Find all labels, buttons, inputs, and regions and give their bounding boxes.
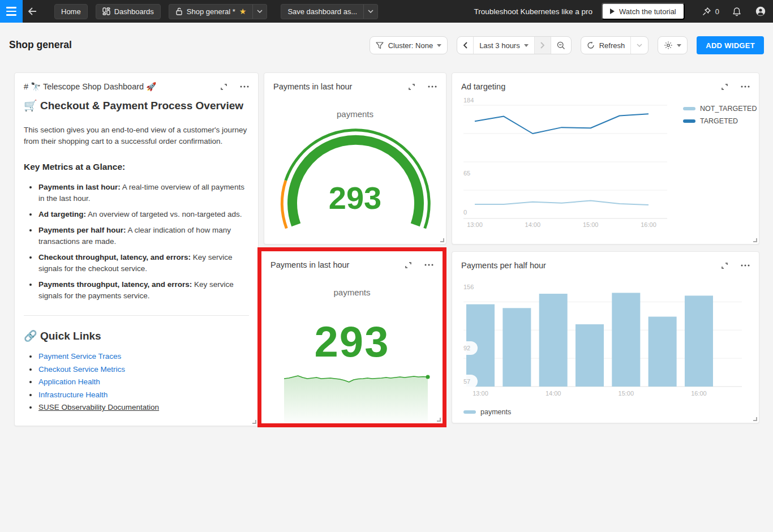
svg-text:13:00: 13:00 [467, 221, 483, 228]
markdown-intro: This section gives you an end-to-end vie… [24, 125, 251, 147]
payments-bar-chart: 156925713:0014:0015:0016:00 [452, 252, 760, 405]
chart-legend: payments [463, 408, 511, 416]
refresh-control: Refresh [581, 36, 649, 54]
save-dashboard-group: Save dashboard as... [281, 4, 378, 19]
nav-dashboard-button[interactable]: Shop general * ★ [169, 4, 253, 19]
highlight-frame: Payments in last hour payments 293 [257, 247, 446, 427]
list-item: Application Health [24, 376, 249, 389]
svg-text:92: 92 [463, 345, 470, 351]
link-checkout-service-metrics[interactable]: Checkout Service Metrics [38, 365, 125, 374]
legend-label: payments [480, 408, 511, 416]
refresh-label: Refresh [599, 41, 625, 50]
legend-item[interactable]: NOT_TARGETED [683, 105, 757, 113]
cluster-filter-label: Cluster: None [388, 41, 433, 50]
expand-icon[interactable] [408, 83, 415, 91]
gauge-value: 293 [264, 179, 446, 216]
payments-per-half-hour-widget: Payments per half hour 156925713:0014:00… [452, 251, 759, 423]
expand-icon[interactable] [220, 83, 227, 91]
resize-handle[interactable] [753, 417, 757, 421]
svg-text:13:00: 13:00 [473, 390, 488, 397]
watch-tutorial-label: Watch the tutorial [619, 7, 676, 16]
pinned-views-button[interactable]: 0 [702, 7, 719, 16]
zoom-out-icon [557, 41, 565, 50]
legend-swatch-payments [463, 410, 476, 414]
link-infrastructure-health[interactable]: Infrastructure Health [38, 391, 108, 399]
back-arrow-icon[interactable] [23, 0, 42, 23]
pin-count: 0 [715, 7, 719, 16]
nav-home-button[interactable]: Home [54, 4, 88, 19]
refresh-icon [587, 41, 595, 49]
time-forward-button[interactable] [534, 37, 551, 54]
widget-menu-icon[interactable] [424, 264, 433, 266]
time-range-selector[interactable]: Last 3 hours [473, 37, 534, 54]
spark-series-label: payments [261, 288, 443, 297]
payments-sparkline-chart [284, 368, 431, 422]
refresh-button[interactable]: Refresh [581, 37, 631, 54]
top-nav: Home Dashboards Shop general * ★ Save da… [0, 0, 773, 23]
svg-text:15:00: 15:00 [583, 221, 599, 228]
list-item: Payments in last hour: A real-time overv… [24, 182, 249, 204]
settings-control[interactable] [658, 36, 688, 54]
menu-icon[interactable] [0, 0, 23, 23]
link-suse-observability-documentation[interactable]: SUSE Observability Documentation [38, 403, 159, 411]
expand-icon[interactable] [405, 261, 412, 269]
resize-handle[interactable] [440, 238, 444, 242]
divider [24, 315, 249, 316]
markdown-main-heading: 🛒 Checkout & Payment Process Overview [24, 99, 249, 112]
svg-text:0: 0 [463, 209, 467, 216]
resize-handle[interactable] [252, 420, 256, 424]
svg-text:184: 184 [463, 97, 474, 104]
page-title: Shop general [9, 39, 72, 51]
time-back-button[interactable] [457, 37, 473, 54]
widget-title: # 🔭 Telescope Shop Dashboard 🚀 [24, 82, 156, 92]
add-widget-button[interactable]: ADD WIDGET [697, 36, 764, 54]
legend-item[interactable]: payments [463, 408, 511, 416]
payments-gauge-widget: Payments in last hour payments 293 [264, 72, 446, 244]
link-payment-service-traces[interactable]: Payment Service Traces [38, 352, 121, 361]
filter-icon [376, 42, 384, 49]
refresh-options-chevron[interactable] [630, 37, 648, 54]
nav-dashboards-label: Dashboards [114, 7, 154, 16]
save-dashboard-button[interactable]: Save dashboard as... [281, 4, 363, 19]
svg-text:65: 65 [463, 170, 470, 177]
favorite-star-icon[interactable]: ★ [239, 7, 247, 16]
ad-targeting-line-chart: 18465013:0014:0015:0016:00 [452, 73, 760, 244]
svg-text:16:00: 16:00 [691, 390, 707, 397]
bell-icon [732, 7, 741, 16]
chevron-down-icon [677, 44, 681, 47]
cluster-filter[interactable]: Cluster: None [370, 36, 448, 54]
pin-icon [702, 7, 711, 16]
resize-handle[interactable] [753, 238, 757, 242]
save-dashboard-chevron-icon[interactable] [363, 4, 378, 19]
promo-text: Troubleshoot Kubernetes like a pro [474, 7, 592, 16]
nav-dashboard-name: Shop general * [187, 7, 235, 16]
metrics-list: Payments in last hour: A real-time overv… [24, 182, 249, 302]
time-zoom-out-button[interactable] [551, 37, 571, 54]
legend-swatch-not-targeted [683, 107, 695, 110]
gauge-series-label: payments [264, 109, 446, 119]
dashboard-chevron-icon[interactable] [252, 4, 267, 19]
dashboard-controls: Cluster: None Last 3 hours Refresh [370, 36, 764, 54]
legend-swatch-targeted [683, 119, 695, 123]
resize-handle[interactable] [437, 418, 441, 422]
chevron-down-icon [524, 44, 529, 47]
user-avatar[interactable] [755, 6, 766, 16]
legend-item[interactable]: TARGETED [683, 117, 757, 125]
nav-current-dashboard: Shop general * ★ [169, 4, 268, 19]
markdown-widget: # 🔭 Telescope Shop Dashboard 🚀 🛒 Checkou… [14, 72, 259, 426]
widget-menu-icon[interactable] [240, 85, 249, 88]
svg-text:16:00: 16:00 [641, 221, 656, 228]
notifications-button[interactable] [732, 7, 741, 16]
list-item: SUSE Observability Documentation [24, 401, 249, 414]
watch-tutorial-button[interactable]: Watch the tutorial [602, 3, 685, 20]
list-item: Payments throughput, latency, and errors… [24, 279, 249, 302]
nav-dashboards-button[interactable]: Dashboards [96, 4, 161, 19]
widget-menu-icon[interactable] [428, 85, 437, 88]
time-range-control: Last 3 hours [457, 36, 572, 54]
svg-text:14:00: 14:00 [525, 221, 541, 228]
list-item: Infrastructure Health [24, 389, 249, 402]
widget-title: Payments in last hour [273, 82, 352, 91]
list-item: Payments per half hour: A clear indicati… [24, 225, 249, 247]
link-application-health[interactable]: Application Health [38, 377, 100, 386]
quick-links-heading: 🔗 Quick Links [24, 329, 249, 342]
